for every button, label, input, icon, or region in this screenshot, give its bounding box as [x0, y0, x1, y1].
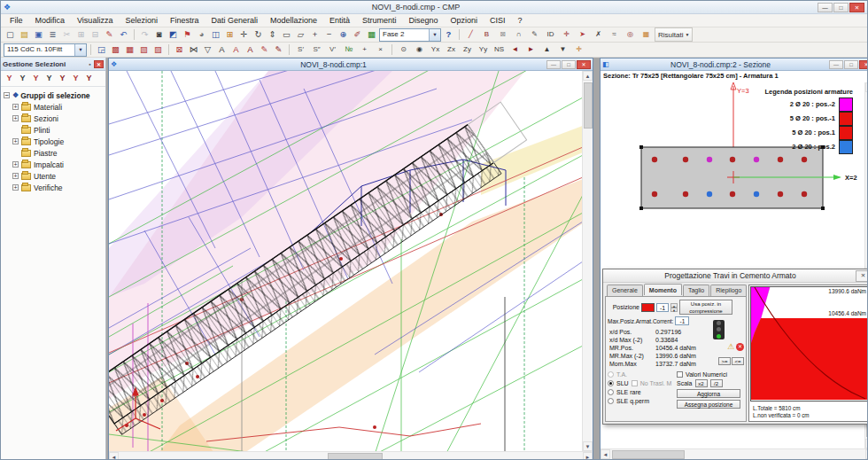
menu-help[interactable]: ? — [512, 15, 529, 27]
zoom-window-icon[interactable]: ▭ — [280, 28, 293, 41]
print-icon[interactable]: ≣ — [46, 28, 59, 41]
remove-case-icon[interactable]: × — [373, 43, 388, 56]
select-grid-icon[interactable]: ▨ — [151, 43, 165, 56]
tree-item-impalcati[interactable]: + Impalcati — [4, 159, 105, 170]
delete-icon[interactable]: ✗ — [591, 28, 606, 41]
scroll-up-icon[interactable]: ▲ — [583, 71, 593, 81]
tree-item-piastre[interactable]: Piastre — [4, 147, 105, 159]
close-button[interactable]: ✕ — [577, 60, 591, 69]
dialog-titlebar[interactable]: Progettazione Travi in Cemento Armato ✕ — [603, 269, 867, 283]
export-image-icon[interactable]: ▦ — [365, 28, 378, 41]
column-icon[interactable]: ▲ — [539, 43, 554, 56]
tree-item-plinti[interactable]: Plinti — [4, 124, 105, 136]
menu-modifica[interactable]: Modifica — [29, 15, 72, 27]
snapshot-icon[interactable]: ◙ — [152, 28, 166, 41]
v-scrollbar[interactable]: ▲ ▼ — [582, 71, 593, 451]
menu-dati-generali[interactable]: Dati Generali — [205, 15, 264, 27]
menu-modellazione[interactable]: Modellazione — [264, 15, 323, 27]
scroll-thumb[interactable] — [584, 82, 593, 129]
menu-cisi[interactable]: CISI — [484, 15, 512, 27]
new-file-icon[interactable]: ▢ — [4, 28, 17, 41]
scroll-thumb[interactable] — [612, 450, 685, 459]
minimize-button[interactable]: — — [818, 3, 833, 12]
rotate-view-icon[interactable]: ↻ — [252, 28, 265, 41]
scale-x2-button[interactable]: x2 — [695, 379, 708, 387]
maximize-button[interactable]: □ — [833, 3, 849, 12]
minimize-button[interactable]: — — [829, 60, 843, 69]
select-window-icon[interactable]: ▩ — [109, 43, 122, 56]
save-selection-icon[interactable]: Y — [57, 73, 68, 84]
filter-selection-icon[interactable]: Y — [70, 73, 81, 84]
move-entity-icon[interactable]: ✛ — [559, 28, 574, 41]
menu-disegno[interactable]: Disegno — [403, 15, 445, 27]
spin-down-icon[interactable]: ▼ — [670, 308, 678, 312]
axis-yy-icon[interactable]: Yy — [476, 43, 491, 56]
tree-item-tipologie[interactable]: + Tipologie — [4, 136, 105, 147]
axis-zx-icon[interactable]: Zx — [444, 43, 459, 56]
add-to-selection-icon[interactable]: Y — [17, 73, 28, 84]
pan-view-icon[interactable]: ✛ — [237, 28, 251, 41]
spinner-arrows[interactable]: ▲ ▼ — [670, 303, 678, 312]
expander-icon[interactable] — [12, 127, 19, 133]
tile-windows-icon[interactable]: ◫ — [209, 28, 222, 41]
dialog-close-button[interactable]: ✕ — [856, 270, 867, 282]
tree-item-sezioni[interactable]: + Sezioni — [4, 113, 105, 124]
filter-nodes-icon[interactable]: A — [215, 43, 229, 56]
expander-icon[interactable]: + — [12, 115, 19, 121]
zoom-realtime-icon[interactable]: ⊙ — [396, 43, 411, 56]
edit-pen-icon[interactable]: ✎ — [258, 43, 271, 56]
close-button[interactable]: ✕ — [849, 3, 864, 12]
table-icon[interactable]: ▦ — [639, 28, 654, 41]
expander-icon[interactable]: + — [12, 161, 19, 168]
cut-icon[interactable]: ✂ — [60, 28, 74, 41]
scroll-left-icon[interactable]: ◄ — [601, 449, 610, 459]
menu-opzioni[interactable]: Opzioni — [445, 15, 484, 27]
binoculars-icon[interactable]: ◎ — [623, 28, 638, 41]
scroll-thumb[interactable] — [328, 453, 383, 460]
step-forward-icon[interactable]: ► — [523, 43, 539, 56]
result-s1-icon[interactable]: S′ — [293, 43, 308, 56]
clear-selection-icon[interactable]: Y — [83, 73, 95, 84]
filter-funnel-icon[interactable]: ▽ — [201, 43, 214, 56]
tree-item-verifiche[interactable]: + Verifiche — [4, 182, 105, 193]
model-window-titlebar[interactable]: ❖ NOVI_8-nodi.cmp:1 — □ ✕ — [109, 58, 593, 71]
axis-zy-icon[interactable]: Zy — [460, 43, 475, 56]
panel-close-button[interactable]: ✕ — [94, 60, 104, 68]
valori-numerici-checkbox[interactable] — [677, 371, 683, 378]
tree-item-utente[interactable]: + Utente — [4, 170, 105, 182]
open-folder-icon[interactable]: ▤ — [18, 28, 31, 41]
scroll-right-icon[interactable]: ► — [583, 452, 593, 460]
h-scrollbar[interactable]: ◄ ► — [601, 448, 867, 459]
axis-yx-icon[interactable]: Yx — [428, 43, 443, 56]
axis-ns-icon[interactable]: NS — [492, 43, 507, 56]
tab-generale[interactable]: Generale — [607, 285, 643, 296]
add-case-icon[interactable]: + — [357, 43, 372, 56]
h-scrollbar[interactable]: ◄ ► — [109, 451, 593, 460]
clip-planes-icon[interactable]: ⋈ — [187, 43, 200, 56]
magnet-snap-icon[interactable]: ∩ — [511, 28, 526, 41]
maximize-button[interactable]: □ — [562, 60, 576, 69]
annotate-icon[interactable]: ✎ — [527, 28, 542, 41]
spring-icon[interactable]: ≈ — [607, 28, 622, 41]
assegna-posizione-button[interactable]: Assegna posizione — [677, 400, 740, 409]
loadcase-select[interactable]: 115 CdC n. 10Fitt ▼ — [4, 43, 87, 57]
maximize-button[interactable]: □ — [844, 60, 858, 69]
menu-visualizza[interactable]: Visualizza — [71, 15, 119, 27]
zoom-center-icon[interactable]: ◉ — [412, 43, 427, 56]
expander-icon[interactable] — [12, 150, 19, 156]
tab-momento[interactable]: Momento — [644, 284, 682, 295]
menu-strumenti[interactable]: Strumenti — [356, 15, 403, 27]
radio-ta[interactable] — [608, 371, 614, 378]
tree-root[interactable]: − ❖ Gruppi di selezione — [4, 90, 105, 101]
phase-select[interactable]: Fase 2 ▼ — [379, 28, 441, 42]
undo-icon[interactable]: ↶ — [117, 28, 130, 41]
cascade-windows-icon[interactable]: ⊞ — [223, 28, 236, 41]
result-s2-icon[interactable]: S″ — [309, 43, 324, 56]
entity-id-icon[interactable]: ID — [543, 28, 558, 41]
expander-icon[interactable]: − — [4, 92, 10, 98]
max-pos-value[interactable]: -1 — [675, 316, 689, 325]
numeric-display-icon[interactable]: № — [341, 43, 356, 56]
grab-hand-icon[interactable]: ✛ — [571, 43, 586, 56]
aggiorna-button[interactable]: Aggiorna — [677, 389, 740, 398]
redo-icon[interactable]: ↷ — [138, 28, 151, 41]
